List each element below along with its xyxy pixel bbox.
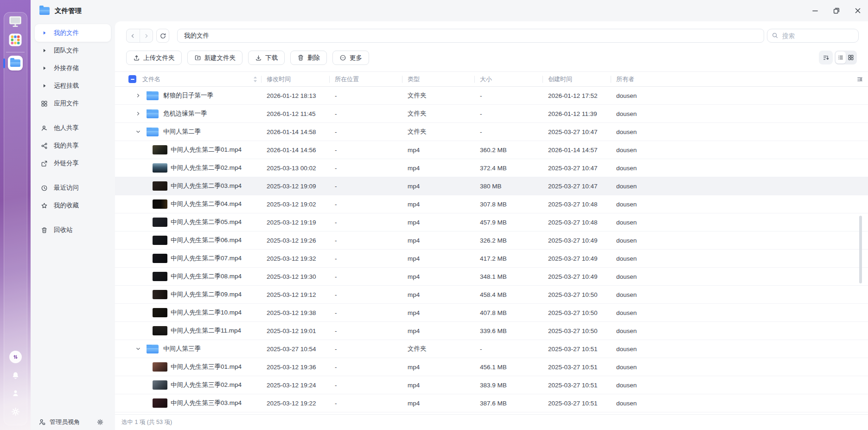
- file-name: 中间人先生第二季03.mp4: [171, 182, 242, 190]
- chevron-right-icon[interactable]: [135, 93, 141, 98]
- cell-size: 407.8 MB: [474, 309, 542, 316]
- sidebar-item-4[interactable]: 应用文件: [35, 95, 111, 112]
- cell-owner: dousen: [611, 92, 861, 99]
- restore-button[interactable]: [832, 6, 841, 15]
- action-button-1[interactable]: 新建文件夹: [187, 51, 243, 65]
- folder-icon: [147, 345, 159, 353]
- table-row[interactable]: 中间人第三季2025-03-27 10:54-文件夹-2025-03-27 10…: [115, 340, 868, 358]
- sidebar-item-2[interactable]: 外接存储: [35, 59, 111, 77]
- download-icon: [255, 54, 262, 61]
- history-nav-group: [126, 29, 153, 43]
- cell-owner: dousen: [611, 201, 861, 208]
- cell-owner: dousen: [611, 128, 861, 135]
- sidebar-item-10[interactable]: 回收站: [35, 221, 111, 239]
- table-row[interactable]: 中间人先生第二季11.mp42025-03-12 19:01-mp4339.6 …: [115, 322, 868, 340]
- table-row[interactable]: 中间人先生第二季01.mp42026-01-14 14:56-mp4360.2 …: [115, 141, 868, 159]
- video-thumbnail: [153, 163, 167, 173]
- chevron-right-icon[interactable]: [135, 111, 141, 116]
- cell-type: mp4: [402, 273, 474, 280]
- sidebar-item-7[interactable]: 外链分享: [35, 154, 111, 172]
- table-row[interactable]: 中间人先生第二季02.mp42025-03-13 00:02-mp4372.4 …: [115, 159, 868, 177]
- table-row[interactable]: 中间人先生第二季10.mp42025-03-12 19:38-mp4407.8 …: [115, 304, 868, 322]
- cell-owner: dousen: [611, 400, 861, 407]
- table-row[interactable]: 中间人先生第二季05.mp42025-03-12 19:19-mp4457.9 …: [115, 213, 868, 231]
- folder-icon: [147, 91, 159, 100]
- table-row[interactable]: 危机边缘第一季2026-01-12 11:45-文件夹-2026-01-12 1…: [115, 105, 868, 123]
- close-button[interactable]: [853, 6, 862, 15]
- cell-location: -: [329, 147, 402, 154]
- cell-owner: dousen: [611, 291, 861, 298]
- column-location[interactable]: 所在位置: [329, 72, 402, 86]
- cell-type: mp4: [402, 147, 474, 154]
- table-row[interactable]: 中间人先生第二季03.mp42025-03-12 19:09-mp4380 MB…: [115, 177, 868, 195]
- path-input[interactable]: [177, 29, 764, 43]
- action-button-3[interactable]: 删除: [290, 51, 327, 65]
- action-button-4[interactable]: 更多: [332, 51, 369, 65]
- app-launcher-icon[interactable]: [0, 33, 31, 46]
- forward-button[interactable]: [140, 29, 153, 42]
- table-row[interactable]: 中间人第二季2026-01-14 14:58-文件夹-2025-03-27 10…: [115, 123, 868, 141]
- file-manager-dock-icon[interactable]: [0, 56, 31, 71]
- column-size[interactable]: 大小: [474, 72, 542, 86]
- chevron-down-icon[interactable]: [135, 129, 141, 135]
- table-row[interactable]: 中间人先生第二季09.mp42025-03-12 19:12-mp4458.4 …: [115, 286, 868, 304]
- sidebar-item-1[interactable]: 团队文件: [35, 42, 111, 59]
- sort-button[interactable]: [819, 51, 833, 64]
- sort-arrows-icon[interactable]: [253, 76, 257, 83]
- cell-modified: 2025-03-12 19:22: [261, 400, 329, 407]
- table-row[interactable]: 中间人先生第二季08.mp42025-03-12 19:30-mp4348.1 …: [115, 268, 868, 286]
- star-icon: [41, 202, 48, 209]
- caret-icon: [41, 47, 48, 54]
- system-settings-icon[interactable]: [0, 407, 31, 417]
- file-name: 中间人先生第二季10.mp4: [171, 308, 242, 317]
- scrollbar-thumb[interactable]: [859, 216, 862, 283]
- sidebar-item-label: 团队文件: [54, 46, 79, 55]
- navigation-toolbar: [115, 29, 868, 43]
- desktop-icon[interactable]: [0, 15, 31, 28]
- sidebar-item-0[interactable]: 我的文件: [35, 24, 111, 42]
- table-row[interactable]: 中间人先生第二季04.mp42025-03-12 19:02-mp4307.8 …: [115, 195, 868, 213]
- view-settings-gear-icon[interactable]: [96, 418, 104, 426]
- table-row[interactable]: 中间人先生第三季02.mp42025-03-12 19:24-mp4383.9 …: [115, 376, 868, 394]
- action-button-2[interactable]: 下载: [248, 51, 285, 65]
- transfer-tasks-icon[interactable]: [0, 351, 31, 363]
- cell-type: 文件夹: [402, 345, 474, 353]
- action-button-label: 下载: [265, 54, 278, 62]
- dock-panel: [4, 12, 27, 425]
- back-button[interactable]: [127, 29, 140, 42]
- sidebar-item-5[interactable]: 他人共享: [35, 119, 111, 137]
- column-created[interactable]: 创建时间: [542, 72, 611, 86]
- column-owner[interactable]: 所有者: [611, 72, 861, 86]
- sidebar-item-8[interactable]: 最近访问: [35, 179, 111, 197]
- sidebar-item-6[interactable]: 我的共享: [35, 137, 111, 154]
- sidebar-item-9[interactable]: 我的收藏: [35, 197, 111, 214]
- cell-modified: 2025-03-12 19:32: [261, 255, 329, 262]
- minimize-button[interactable]: [811, 6, 820, 15]
- search-input[interactable]: [767, 29, 859, 43]
- more-icon: [339, 54, 346, 61]
- table-row[interactable]: 中间人先生第三季01.mp42025-03-12 19:36-mp4456.1 …: [115, 358, 868, 376]
- admin-view-label[interactable]: 管理员视角: [50, 418, 80, 426]
- action-button-0[interactable]: 上传文件夹: [126, 51, 182, 65]
- grid-view-button[interactable]: [846, 51, 856, 64]
- cell-created: 2025-03-27 10:47: [542, 128, 611, 135]
- cell-created: 2025-03-27 10:50: [542, 309, 611, 316]
- column-type[interactable]: 类型: [402, 72, 474, 86]
- table-row[interactable]: 中间人先生第二季06.mp42025-03-12 19:26-mp4326.2 …: [115, 231, 868, 250]
- refresh-button[interactable]: [156, 29, 169, 43]
- column-filename[interactable]: 文件名: [142, 75, 160, 83]
- column-settings-icon[interactable]: [856, 76, 863, 83]
- select-all-checkbox[interactable]: [128, 75, 136, 83]
- cell-size: 360.2 MB: [474, 147, 542, 154]
- table-row[interactable]: 中间人先生第三季03.mp42025-03-12 19:22-mp4387.6 …: [115, 394, 868, 412]
- notifications-icon[interactable]: [0, 371, 31, 380]
- column-modified[interactable]: 修改时间: [261, 72, 329, 86]
- app-icon: [39, 7, 50, 15]
- table-row[interactable]: 中间人先生第二季07.mp42025-03-12 19:32-mp4417.2 …: [115, 250, 868, 268]
- chevron-down-icon[interactable]: [135, 346, 141, 352]
- action-button-label: 删除: [307, 54, 320, 62]
- sidebar-item-3[interactable]: 远程挂载: [35, 77, 111, 95]
- user-account-icon[interactable]: [0, 389, 31, 398]
- list-view-button[interactable]: [836, 51, 846, 64]
- table-row[interactable]: 豺狼的日子第一季2026-01-12 18:13-文件夹-2026-01-12 …: [115, 87, 868, 105]
